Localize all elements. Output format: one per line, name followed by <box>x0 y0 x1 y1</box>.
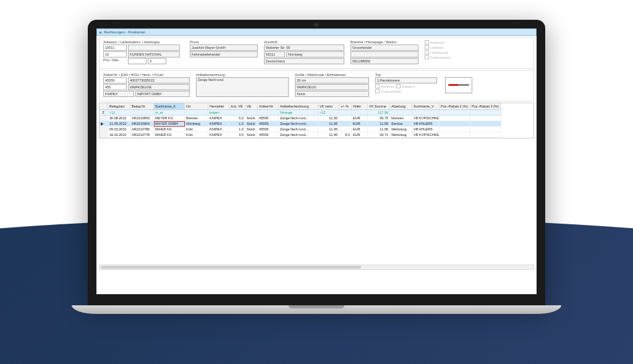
col-waehr[interactable]: Währ. <box>352 103 368 110</box>
field-adressgrp: KUNDEN NATIONAL <box>128 51 180 57</box>
chk-lieferant[interactable]: Lieferant <box>425 45 468 49</box>
cell-gutter <box>100 127 108 132</box>
filter-hersteller[interactable]: knipex <box>208 110 229 116</box>
label-prio: Prio / Stat.: <box>103 58 127 64</box>
col-suchv[interactable]: Suchname_V <box>412 103 440 110</box>
filter-sigma[interactable]: Σ <box>100 110 108 116</box>
col-abt[interactable]: Abteilung <box>390 103 412 110</box>
grid-body[interactable]: 30.08.2022AR2210843MEYER KGBremenKNIPEX5… <box>100 116 533 138</box>
label-artbez: Artikelbezeichnung: <box>196 73 289 77</box>
grid-whitespace <box>96 140 537 263</box>
label-anschrift: Anschrift: <box>264 40 344 44</box>
field-wgu[interactable]: 455 <box>103 84 127 90</box>
field-herst: KNIPEX <box>103 91 134 97</box>
col-suchname[interactable]: Suchname_A <box>154 103 185 110</box>
cell-r2 <box>440 121 470 127</box>
chk-art-archiviert[interactable]: Archiviert <box>375 84 395 88</box>
filter-suchv[interactable] <box>412 110 440 116</box>
field-artnr[interactable]: 45559 <box>103 77 127 83</box>
cell-r2 <box>440 116 470 121</box>
label-typ: Typ: <box>375 73 437 77</box>
col-rab3[interactable]: Pos.-Rabatt 3 (%) <box>470 103 501 110</box>
cell-sv: VB KOPISCHKE <box>412 132 440 138</box>
cell-bez: Zange flach-rund… <box>279 121 318 127</box>
chk-liefersperre[interactable]: Liefersperre <box>425 50 468 54</box>
col-ve[interactable]: VE <box>245 103 258 110</box>
col-vknetto[interactable]: VK netto <box>318 103 339 110</box>
cell-ve: Stück <box>245 121 258 127</box>
filter-belegdatu[interactable]: <11 <box>108 110 130 116</box>
col-pm[interactable]: +/- % <box>339 103 352 110</box>
filter-rab3[interactable] <box>470 110 501 116</box>
cell-abt: Werkzeug <box>390 127 412 132</box>
close-icon[interactable]: ✕ <box>99 30 102 35</box>
filter-abt[interactable] <box>390 110 412 116</box>
field-plz: 91511 <box>264 51 285 57</box>
filter-ort[interactable] <box>185 110 208 116</box>
filter-ve[interactable] <box>245 110 258 116</box>
field-prio[interactable] <box>128 58 147 64</box>
label-firma: Firma: <box>190 40 258 44</box>
field-telefon: 0911/88550 <box>350 58 418 64</box>
col-artnr[interactable]: Artikel-Nr. <box>258 103 279 110</box>
chk-art-auslauf[interactable]: Auslaufartikel <box>375 89 437 93</box>
field-hlief: IMPORT GMBH <box>135 91 190 97</box>
col-rab2[interactable]: Pos.-Rabatt 2 (%) <box>440 103 470 110</box>
filter-artbez[interactable]: %zange <box>279 110 318 116</box>
col-anzve[interactable]: Anz. VE <box>229 103 245 110</box>
cell-r3 <box>470 132 501 138</box>
field-artbez: Zange flach-rund <box>196 77 289 97</box>
table-row[interactable]: 30.08.2022AR2210843MEYER KGBremenKNIPEX5… <box>100 116 533 121</box>
label-artnr: Artikel-Nr. / EAN / WGU / Herst. / H-Lie… <box>103 73 190 77</box>
col-hersteller[interactable]: Hersteller <box>208 103 229 110</box>
filter-rab2[interactable] <box>440 110 470 116</box>
table-row[interactable]: ▶11.05.2022AR2210604MAYER GMBHNürnbergKN… <box>100 121 533 127</box>
field-ort: Nürnberg <box>286 51 344 57</box>
field-typ: 1:Handelsware <box>375 77 437 83</box>
cell-date: 09.03.2022 <box>108 127 130 132</box>
cell-nr: AR2210786 <box>130 127 154 132</box>
cell-r3 <box>470 116 501 121</box>
filter-belegnr[interactable] <box>130 110 154 116</box>
cell-r3 <box>470 127 501 132</box>
filter-vknetto[interactable]: <12 <box>318 110 339 116</box>
filter-artnr[interactable] <box>258 110 279 116</box>
filter-anzve[interactable] <box>229 110 245 116</box>
cell-sv: VB KOPISCHKE <box>412 116 440 121</box>
field-adressnr-ext <box>128 44 180 51</box>
scrollbar-thumb[interactable] <box>101 266 361 269</box>
positions-grid[interactable]: Belegdatu Beleg-Nr. Suchname_A Ort Herst… <box>99 103 534 138</box>
chk-adresssperre[interactable]: Adresssperre <box>425 55 468 59</box>
cell-abt: Service <box>390 121 412 127</box>
grid-header[interactable]: Belegdatu Beleg-Nr. Suchname_A Ort Herst… <box>100 103 533 110</box>
chk-archiviert[interactable]: Archiviert <box>425 40 468 44</box>
horizontal-scrollbar[interactable] <box>99 265 534 270</box>
filter-vksum[interactable]: 117,56 <box>368 110 390 116</box>
cell-pm <box>339 127 352 132</box>
field-liefnr[interactable]: 10 <box>103 51 127 57</box>
col-vksum[interactable]: VK Summe <box>368 103 390 110</box>
filter-waehr[interactable] <box>352 110 368 116</box>
cell-pm <box>339 121 352 127</box>
cell-such: MAYER GMBH <box>154 121 185 127</box>
filter-suchname[interactable]: m_er <box>154 110 185 116</box>
col-ort[interactable]: Ort <box>185 103 208 110</box>
table-row[interactable]: 09.03.2022AR2210786MAIER KGKölnKNIPEX1,0… <box>100 127 533 132</box>
grid-filter-row[interactable]: Σ <11 m_er knipex %zange <12 117,56 <box>100 110 533 116</box>
field-adressnr[interactable]: 10011 <box>103 44 127 51</box>
field-homepage <box>350 51 418 57</box>
cell-her: KNIPEX <box>208 116 229 121</box>
field-stat[interactable]: 3 <box>148 58 166 64</box>
cell-anz: 1,0 <box>229 121 245 127</box>
laptop-frame: ✕ Rechnungen - Positionen Adressnr. / Li… <box>88 20 545 314</box>
cell-vk: 11,95 <box>318 127 339 132</box>
filter-pm[interactable] <box>339 110 352 116</box>
table-row[interactable]: 16.02.2022AR2210778MAIER KGKölnKNIPEX3,0… <box>100 132 533 138</box>
cell-nr: AR2210778 <box>130 132 154 138</box>
cell-vk: 11,95 <box>318 121 339 127</box>
chk-art-gesperrt[interactable]: Gesperrt <box>396 84 415 88</box>
cell-w: EUR <box>352 116 368 121</box>
col-belegdatu[interactable]: Belegdatu <box>108 103 130 110</box>
col-belegnr[interactable]: Beleg-Nr. <box>130 103 154 110</box>
col-artbez[interactable]: Artikelbezeichnung <box>279 103 318 110</box>
